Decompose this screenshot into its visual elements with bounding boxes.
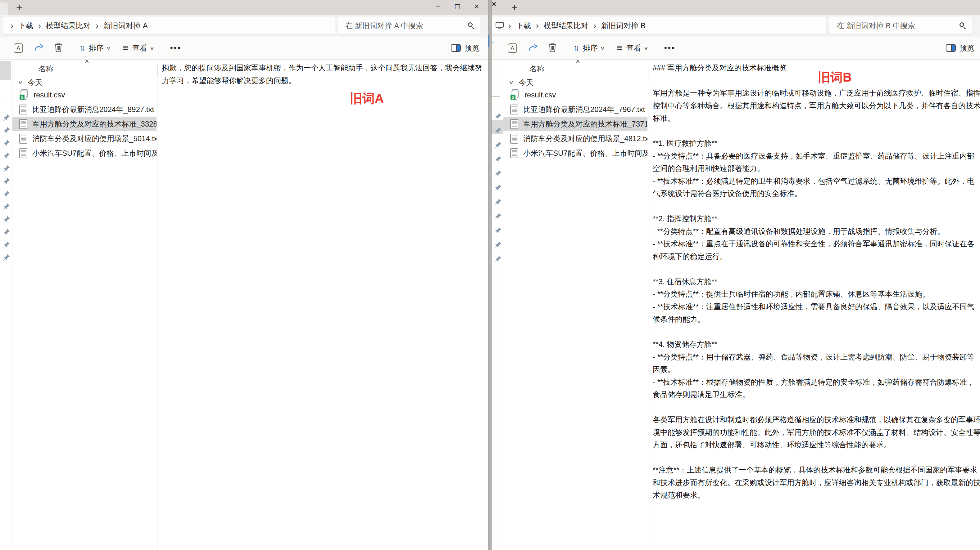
pin-icon[interactable] [3, 127, 10, 134]
pin-icon[interactable] [3, 139, 10, 147]
file-row-fire-truck[interactable]: 消防车分类及对应的使用场景_4812.txt [503, 131, 648, 146]
share-icon [528, 43, 538, 54]
sort-button[interactable]: ↑↓ 排序 ∨ [79, 43, 110, 53]
txt-file-icon [19, 134, 27, 144]
file-name: 消防车分类及对应的使用场景_4812.txt [523, 134, 648, 144]
file-row-military-shelter-selected[interactable]: 军用方舱分类及对应的技术标准_7371.txt [503, 117, 648, 131]
explorer-window-a: + – □ × › 下载 › 模型结果比对 › 新旧词对撞 A [0, 0, 488, 550]
pin-icon[interactable] [3, 190, 10, 198]
window-content: ∧ 名称 ∨ 今天 S result.csv 比亚迪降价最新消息2024年_ [0, 60, 488, 550]
chevron-right-icon: › [95, 21, 99, 31]
breadcrumb-model-compare[interactable]: 模型结果比对 [46, 21, 91, 31]
search-icon[interactable] [959, 22, 964, 27]
share-button[interactable] [528, 43, 538, 54]
preview-toggle-button[interactable]: 预览 [451, 43, 479, 53]
group-header-today[interactable]: ∨ 今天 [509, 78, 533, 87]
nav-selected-item[interactable] [0, 61, 11, 80]
pin-icon[interactable] [3, 165, 10, 172]
breadcrumb-current-folder[interactable]: 新旧词对撞 A [103, 21, 148, 31]
window-controls: – □ × [428, 0, 486, 13]
file-row-byd-news[interactable]: 比亚迪降价最新消息2024年_8927.txt [13, 102, 156, 117]
name-column-header[interactable]: 名称 [530, 64, 544, 74]
sort-button[interactable]: ↑↓ 排序 ∨ [573, 43, 604, 53]
preview-toggle-button[interactable]: 预览 [946, 43, 974, 53]
preview-pane-icon [451, 44, 461, 52]
file-row-result-csv[interactable]: S result.csv [503, 87, 648, 102]
file-row-byd-news[interactable]: 比亚迪降价最新消息2024年_7967.txt [503, 102, 648, 117]
search-input[interactable] [338, 17, 480, 35]
file-row-xiaomi-su7[interactable]: 小米汽车SU7配置、价格、上市时间及优势_19... [13, 146, 156, 160]
pin-icon[interactable] [494, 184, 502, 192]
new-tab-button[interactable]: + [508, 2, 521, 14]
address-bar: › 下载 › 模型结果比对 › 新旧词对撞 A [0, 15, 488, 36]
chevron-down-icon: ∨ [18, 80, 23, 85]
breadcrumb-downloads[interactable]: 下载 [516, 21, 531, 31]
pin-icon[interactable] [3, 152, 10, 159]
toolbar-divider [162, 41, 162, 55]
breadcrumb-downloads[interactable]: 下载 [18, 21, 33, 31]
delete-button[interactable] [548, 42, 557, 54]
share-button[interactable] [33, 43, 43, 54]
pin-icon[interactable] [3, 203, 10, 210]
rename-button[interactable]: A [14, 43, 23, 53]
column-sort-ascending-icon[interactable]: ∧ [84, 58, 90, 64]
more-options-button[interactable]: ••• [664, 43, 675, 53]
pin-icon[interactable] [494, 255, 502, 263]
more-options-button[interactable]: ••• [170, 43, 181, 53]
pin-icon[interactable] [494, 155, 502, 163]
text-cursor-icon [488, 35, 489, 47]
minimize-button[interactable]: – [428, 0, 448, 13]
view-button[interactable]: ≡ 查看 ∨ [123, 42, 154, 54]
search-icon[interactable] [468, 22, 473, 27]
pin-icon[interactable] [494, 241, 502, 249]
group-header-today[interactable]: ∨ 今天 [19, 78, 43, 87]
maximize-button[interactable]: □ [448, 0, 467, 13]
pin-icon[interactable] [494, 212, 502, 220]
preview-label: 预览 [465, 43, 479, 53]
pin-icon[interactable] [494, 170, 502, 177]
file-row-fire-truck[interactable]: 消防车分类及对应的使用场景_5014.txt [13, 131, 156, 146]
pin-icon[interactable] [3, 178, 10, 185]
rename-button[interactable]: A [508, 43, 517, 53]
pin-icon[interactable] [3, 114, 10, 121]
pin-icon[interactable] [3, 216, 10, 223]
new-tab-button[interactable]: + [13, 2, 26, 14]
file-row-xiaomi-su7[interactable]: 小米汽车SU7配置、价格、上市时间及优势_44... [503, 146, 648, 160]
view-label: 查看 [626, 43, 641, 53]
active-tab-remnant[interactable] [0, 3, 8, 15]
search-input[interactable] [829, 17, 972, 35]
file-row-military-shelter-selected[interactable]: 军用方舱分类及对应的技术标准_3328.txt [13, 117, 156, 131]
txt-file-icon [19, 105, 27, 114]
sort-label: 排序 [89, 43, 104, 53]
address-bar: › 下载 › 模型结果比对 › 新旧词对撞 B [492, 15, 980, 36]
file-name: 比亚迪降价最新消息2024年_7967.txt [523, 105, 645, 114]
pin-icon[interactable] [494, 127, 502, 134]
delete-button[interactable] [54, 42, 63, 54]
this-pc-icon[interactable] [495, 22, 504, 30]
pin-icon[interactable] [494, 141, 502, 149]
breadcrumb-current-folder[interactable]: 新旧词对撞 B [601, 21, 646, 31]
toolbar-divider [656, 41, 656, 55]
pin-icon[interactable] [3, 254, 10, 261]
column-sort-ascending-icon[interactable]: ∧ [575, 58, 581, 64]
close-icon-partial[interactable]: × [492, 0, 496, 9]
breadcrumb-model-compare[interactable]: 模型结果比对 [544, 21, 589, 31]
file-row-result-csv[interactable]: S result.csv [13, 87, 156, 102]
pin-icon[interactable] [3, 228, 10, 236]
pin-icon[interactable] [494, 198, 502, 206]
name-column-header[interactable]: 名称 [38, 64, 53, 74]
toolbar-divider [565, 41, 565, 55]
nav-divider [0, 102, 9, 102]
file-name: 小米汽车SU7配置、价格、上市时间及优势_19... [32, 148, 156, 158]
view-button[interactable]: ≡ 查看 ∨ [617, 42, 648, 54]
trash-icon [54, 42, 63, 54]
chevron-right-icon: › [536, 21, 539, 31]
pin-icon[interactable] [3, 241, 10, 249]
navigation-pane-strip [0, 60, 13, 550]
pin-icon[interactable] [494, 227, 502, 234]
view-list-icon: ≡ [617, 42, 623, 54]
pin-icon[interactable] [494, 113, 502, 120]
close-button[interactable]: × [467, 0, 486, 13]
search-box [338, 17, 480, 35]
txt-file-icon [19, 119, 27, 129]
